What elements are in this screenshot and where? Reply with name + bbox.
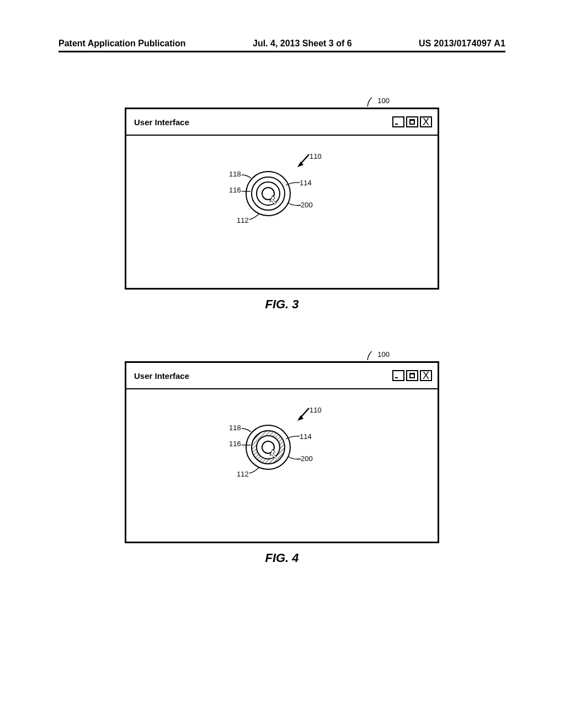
ref-118-leader bbox=[241, 426, 253, 433]
ref-200-leader bbox=[287, 456, 302, 461]
ref-110-arrow bbox=[296, 152, 311, 169]
ref-112: 112 bbox=[237, 216, 249, 224]
svg-point-2 bbox=[257, 182, 280, 205]
window-frame: User Interface X 110 bbox=[125, 108, 439, 290]
ref-100: 100 bbox=[377, 350, 390, 358]
ref-112-leader bbox=[249, 467, 261, 474]
close-icon[interactable]: X bbox=[420, 116, 432, 127]
maximize-icon[interactable] bbox=[406, 116, 418, 127]
minimize-icon[interactable] bbox=[392, 370, 404, 381]
window-title: User Interface bbox=[134, 117, 189, 127]
ref-110: 110 bbox=[310, 406, 322, 414]
ref-114: 114 bbox=[300, 432, 312, 441]
minimize-icon[interactable] bbox=[392, 116, 404, 127]
ref-114: 114 bbox=[300, 179, 312, 187]
window-body: 110 118 bbox=[126, 136, 438, 288]
titlebar: User Interface X bbox=[126, 109, 438, 136]
ref-116-leader bbox=[241, 189, 252, 194]
ref-116: 116 bbox=[229, 186, 241, 194]
ref-200: 200 bbox=[301, 201, 313, 209]
header-center: Jul. 4, 2013 Sheet 3 of 6 bbox=[253, 39, 352, 49]
ref-116-leader bbox=[241, 443, 252, 447]
header-left: Patent Application Publication bbox=[58, 39, 186, 49]
ref-118-leader bbox=[241, 173, 253, 179]
window-body: 110 bbox=[126, 389, 438, 542]
ref-112: 112 bbox=[237, 470, 249, 478]
maximize-icon[interactable] bbox=[406, 370, 418, 381]
ref-100: 100 bbox=[377, 97, 390, 105]
window-frame: User Interface X 110 bbox=[125, 361, 439, 543]
header-right: US 2013/0174097 A1 bbox=[419, 39, 505, 49]
ref-114-leader bbox=[285, 180, 301, 186]
page-header: Patent Application Publication Jul. 4, 2… bbox=[58, 39, 505, 52]
ref-200-leader bbox=[287, 202, 302, 207]
ref-110-arrow bbox=[296, 406, 311, 422]
ref-112-leader bbox=[249, 213, 261, 221]
ref-116: 116 bbox=[229, 440, 241, 448]
ref-100-leader bbox=[365, 350, 376, 362]
ref-118: 118 bbox=[229, 424, 241, 432]
figure-3: 100 User Interface X 110 bbox=[58, 108, 505, 312]
figure-4-caption: FIG. 4 bbox=[58, 551, 505, 565]
ref-110: 110 bbox=[310, 152, 322, 160]
ref-114-leader bbox=[285, 433, 301, 440]
ref-118: 118 bbox=[229, 170, 241, 178]
figure-4: 100 User Interface X 110 bbox=[58, 361, 505, 565]
titlebar: User Interface X bbox=[126, 363, 438, 389]
page: Patent Application Publication Jul. 4, 2… bbox=[58, 39, 505, 565]
window-controls: X bbox=[392, 370, 432, 381]
close-icon[interactable]: X bbox=[420, 370, 432, 381]
window-title: User Interface bbox=[134, 371, 189, 381]
figure-3-caption: FIG. 3 bbox=[58, 297, 505, 312]
ref-100-leader bbox=[365, 97, 376, 109]
ref-200: 200 bbox=[301, 454, 313, 463]
window-controls: X bbox=[392, 116, 432, 127]
